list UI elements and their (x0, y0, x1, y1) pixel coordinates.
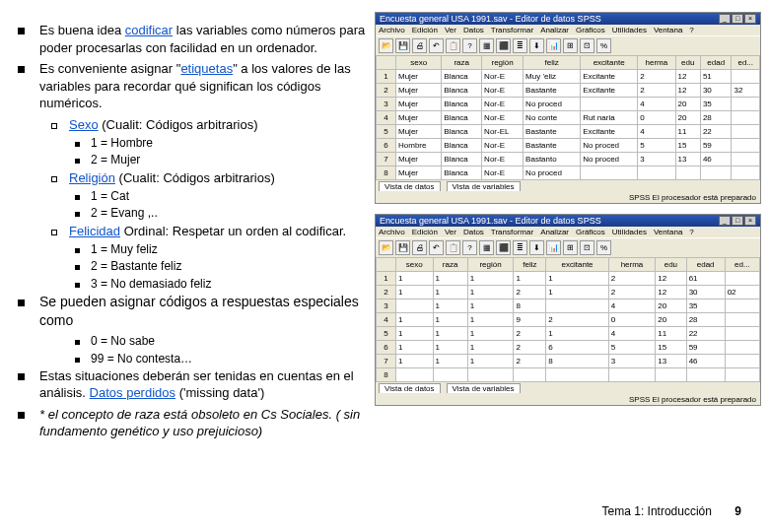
cell[interactable]: Nor-E (482, 70, 524, 84)
cell[interactable]: 2 (608, 286, 655, 299)
cell[interactable]: Blanca (442, 153, 482, 166)
maximize-button[interactable]: □ (732, 14, 743, 24)
cell[interactable]: No proced (524, 98, 581, 111)
table-row[interactable]: 11111121261 (377, 272, 760, 286)
toolbar-button[interactable]: 💾 (395, 240, 410, 255)
cell[interactable]: Mujer (396, 111, 442, 125)
column-header[interactable]: herma (638, 56, 675, 70)
cell[interactable] (396, 368, 434, 382)
cell[interactable]: 1 (467, 286, 514, 299)
cell[interactable]: 5 (638, 139, 675, 153)
cell[interactable]: 4 (638, 125, 675, 139)
cell[interactable]: Blanca (442, 98, 482, 111)
table-row[interactable]: 2MujerBlancaNor-EBastanteExcitante212303… (377, 84, 760, 98)
column-header[interactable]: excitante (546, 258, 608, 272)
column-header[interactable]: edu (656, 258, 686, 272)
tab[interactable]: Vista de variables (447, 181, 521, 191)
row-header[interactable]: 3 (377, 98, 396, 111)
table-row[interactable]: 8MujerBlancaNor-ENo proced (377, 166, 760, 180)
cell[interactable]: 2 (514, 341, 546, 355)
column-header[interactable]: región (467, 258, 514, 272)
cell[interactable]: 4 (608, 299, 655, 313)
cell[interactable]: 1 (396, 327, 434, 341)
toolbar-button[interactable]: ▦ (479, 38, 494, 53)
cell[interactable]: 1 (514, 272, 546, 286)
cell[interactable]: 20 (656, 299, 686, 313)
cell[interactable] (725, 355, 759, 368)
column-header[interactable]: feliz (514, 258, 546, 272)
cell[interactable]: 2 (514, 355, 546, 368)
cell[interactable]: 1 (433, 272, 467, 286)
cell[interactable] (725, 327, 759, 341)
cell[interactable]: 35 (686, 299, 725, 313)
toolbar-button[interactable]: 📋 (446, 38, 460, 53)
cell[interactable] (675, 166, 700, 180)
row-header[interactable]: 2 (377, 286, 396, 299)
menu-item[interactable]: Ventana (654, 228, 682, 236)
cell[interactable]: 12 (675, 84, 700, 98)
cell[interactable] (725, 313, 759, 327)
menu-item[interactable]: Datos (463, 26, 484, 34)
cell[interactable]: Bastante (524, 139, 581, 153)
cell[interactable]: 22 (700, 125, 732, 139)
cell[interactable]: Bastante (524, 84, 581, 98)
menu-item[interactable]: Gráficos (576, 26, 605, 34)
cell[interactable]: Muy 'eliz (524, 70, 581, 84)
row-header[interactable]: 4 (377, 111, 396, 125)
cell[interactable]: 12 (656, 286, 686, 299)
cell[interactable]: 1 (396, 313, 434, 327)
cell[interactable]: 3 (608, 355, 655, 368)
cell[interactable]: 1 (467, 299, 514, 313)
menu-item[interactable]: ? (689, 26, 693, 34)
table-row[interactable]: 3MujerBlancaNor-ENo proced42035 (377, 98, 760, 111)
cell[interactable]: 61 (686, 272, 725, 286)
cell[interactable] (732, 153, 760, 166)
cell[interactable]: No conte (524, 111, 581, 125)
cell[interactable]: 22 (686, 327, 725, 341)
cell[interactable]: Bastanto (524, 153, 581, 166)
cell[interactable]: Blanca (442, 125, 482, 139)
toolbar-button[interactable]: ⬛ (496, 38, 511, 53)
cell[interactable] (581, 166, 638, 180)
cell[interactable] (725, 341, 759, 355)
cell[interactable]: 1 (433, 341, 467, 355)
cell[interactable]: Nor-E (482, 111, 524, 125)
menu-item[interactable]: Gráficos (576, 228, 605, 236)
tab[interactable]: Vista de variables (447, 383, 521, 393)
cell[interactable]: Blanca (442, 111, 482, 125)
cell[interactable]: No proced (581, 139, 638, 153)
cell[interactable]: 9 (514, 313, 546, 327)
column-header[interactable]: sexo (396, 258, 434, 272)
cell[interactable]: 20 (675, 111, 700, 125)
row-header[interactable]: 5 (377, 125, 396, 139)
column-header[interactable]: ed... (725, 258, 759, 272)
row-header[interactable]: 4 (377, 313, 396, 327)
cell[interactable]: Nor-E (482, 166, 524, 180)
cell[interactable]: Nor-E (482, 84, 524, 98)
row-header[interactable]: 7 (377, 153, 396, 166)
cell[interactable]: Nor-E (482, 98, 524, 111)
link-datos-perdidos[interactable]: Datos perdidos (90, 385, 175, 400)
toolbar-button[interactable]: ↶ (429, 38, 444, 53)
menu-item[interactable]: Analizar (540, 228, 569, 236)
cell[interactable]: 2 (546, 313, 608, 327)
close-button[interactable]: × (744, 216, 756, 226)
cell[interactable]: 20 (656, 313, 686, 327)
column-header[interactable] (377, 56, 396, 70)
cell[interactable]: 1 (546, 286, 608, 299)
toolbar-button[interactable]: ▦ (479, 240, 494, 255)
row-header[interactable]: 1 (377, 272, 396, 286)
cell[interactable]: Mujer (396, 153, 442, 166)
cell[interactable]: 51 (700, 70, 732, 84)
cell[interactable]: 15 (656, 341, 686, 355)
table-row[interactable]: 51112141122 (377, 327, 760, 341)
cell[interactable] (732, 139, 760, 153)
column-header[interactable]: edad (686, 258, 725, 272)
cell[interactable]: 46 (700, 153, 732, 166)
link-codificar[interactable]: codificar (125, 23, 173, 37)
toolbar-button[interactable]: 📂 (379, 38, 393, 53)
cell[interactable]: 1 (467, 355, 514, 368)
table-row[interactable]: 6HombreBlancaNor-EBastanteNo proced51559 (377, 139, 760, 153)
cell[interactable]: 59 (700, 139, 732, 153)
toolbar-button[interactable]: ⬛ (496, 240, 511, 255)
